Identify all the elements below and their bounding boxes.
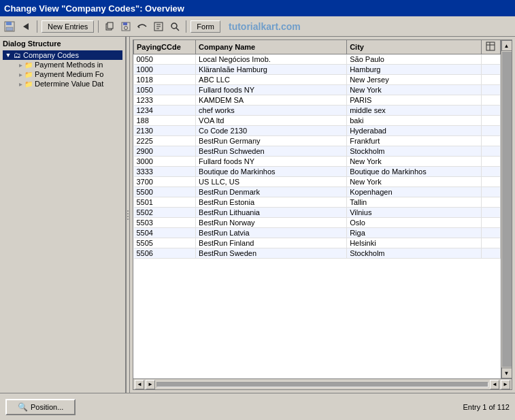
cell-empty [481,197,500,208]
copy-icon[interactable] [103,20,116,33]
h-scroll-track[interactable] [156,382,488,387]
tree-item-company-codes[interactable]: ▼ 🗂 Company Codes [3,50,122,60]
tree-toggle-company-codes[interactable]: ▼ [4,51,12,59]
cell-empty [481,126,500,136]
col-header-settings[interactable] [481,40,500,54]
cell-name: BestRun Estonia [196,197,347,208]
table-row[interactable]: 3333Boutique do MarkinhosBoutique do Mar… [134,167,501,177]
cell-name: Kläranlaãe Hamburg [196,65,347,75]
panel-title: Dialog Structure [3,39,122,48]
svg-rect-1 [6,22,12,25]
table-row[interactable]: 2225BestRun GermanyFrankfurt [134,136,501,146]
cell-city: Tallin [347,197,481,208]
cell-name: US LLC, US [196,177,347,187]
table-row[interactable]: 0050Local Negócios Imob.São Paulo [134,54,501,65]
cell-city: Stockholm [347,248,481,259]
table-row[interactable]: 5506BestRun SwedenStockholm [134,248,501,259]
main-area: Dialog Structure ▼ 🗂 Company Codes ▸ 📁 P… [0,37,515,393]
col-header-code[interactable]: PayingCCde [134,40,196,54]
svg-rect-15 [486,42,495,50]
title-bar: Change View "Company Codes": Overview [0,0,515,16]
cell-city: Stockholm [347,146,481,157]
settings-icon [486,42,495,51]
cell-code: 188 [134,116,196,126]
table-row[interactable]: 2130Co Code 2130Hyderabad [134,126,501,136]
cell-empty [481,85,500,95]
cell-code: 5502 [134,208,196,218]
tree-item-payment-medium[interactable]: ▸ 📁 Payment Medium Fo [3,69,122,79]
cell-code: 1018 [134,75,196,85]
new-entries-button[interactable]: New Entries [41,20,94,33]
cell-code: 1234 [134,106,196,116]
col-header-name[interactable]: Company Name [196,40,347,54]
cell-code: 1233 [134,95,196,106]
scroll-right-arrow[interactable]: ► [146,380,155,389]
table-row[interactable]: 2900BestRun SchwedenStockholm [134,146,501,157]
table-body: 0050Local Negócios Imob.São Paulo1000Klä… [134,54,501,259]
cell-city: Helsinki [347,238,481,248]
cell-name: VOA ltd [196,116,347,126]
cell-name: Local Negócios Imob. [196,54,347,65]
cell-empty [481,106,500,116]
scroll-left-arrow-2[interactable]: ◄ [490,380,499,389]
table-row[interactable]: 5505BestRun FinlandHelsinki [134,238,501,248]
table-row[interactable]: 5500BestRun DenmarkKopenhagen [134,187,501,197]
svg-rect-2 [6,27,13,31]
scroll-right-arrow-2[interactable]: ► [501,380,510,389]
table-row[interactable]: 5501BestRun EstoniaTallin [134,197,501,208]
cell-empty [481,116,500,126]
toolbar: New Entries [0,16,515,37]
cell-code: 1000 [134,65,196,75]
watermark: tutorialkart.com [229,21,301,32]
save2-icon[interactable] [119,20,133,33]
scroll-left-arrow[interactable]: ◄ [135,380,144,389]
back-icon[interactable] [19,20,33,33]
cell-city: São Paulo [347,54,481,65]
cell-empty [481,54,500,65]
cell-empty [481,136,500,146]
tree-item-determine-value[interactable]: ▸ 📁 Determine Value Dat [3,79,122,88]
cell-code: 3000 [134,157,196,167]
cell-city: Frankfurt [347,136,481,146]
position-button[interactable]: 🔍 Position... [5,399,76,415]
col-header-city[interactable]: City [347,40,481,54]
tree-item-payment-methods[interactable]: ▸ 📁 Payment Methods in [3,60,122,69]
save-icon[interactable] [3,20,16,33]
horizontal-scrollbar[interactable]: ◄ ► ◄ ► [133,378,512,389]
cell-empty [481,238,500,248]
cell-code: 3333 [134,167,196,177]
position-icon: 🔍 [18,402,28,412]
scroll-thumb[interactable] [502,52,512,367]
cell-code: 5504 [134,228,196,238]
toolbar-separator-2 [98,20,99,33]
table-row[interactable]: 3700US LLC, USNew York [134,177,501,187]
find-icon[interactable] [168,20,182,33]
undo-icon[interactable] [135,20,149,33]
table-row[interactable]: 5503BestRun NorwayOslo [134,218,501,228]
toolbar-separator-3 [186,20,186,33]
left-panel: Dialog Structure ▼ 🗂 Company Codes ▸ 📁 P… [0,37,126,393]
scroll-up-arrow[interactable]: ▲ [501,40,512,51]
table-row[interactable]: 1018ABC LLCNew Jersey [134,75,501,85]
svg-point-13 [171,23,177,29]
table-scroll-area[interactable]: PayingCCde Company Name City [133,40,501,378]
table-row[interactable]: 3000Fullard foods NYNew York [134,157,501,167]
scroll-down-arrow[interactable]: ▼ [501,368,512,378]
details-icon[interactable] [152,20,165,33]
table-row[interactable]: 5502BestRun LithuaniaVilnius [134,208,501,218]
table-row[interactable]: 1233KAMDEM SAPARIS [134,95,501,106]
cell-city: Hamburg [347,65,481,75]
cell-code: 5505 [134,238,196,248]
cell-code: 5500 [134,187,196,197]
table-row[interactable]: 1050Fullard foods NYNew York [134,85,501,95]
table-row[interactable]: 1000Kläranlaãe HamburgHamburg [134,65,501,75]
vertical-scrollbar[interactable]: ▲ ▼ [501,40,512,378]
form-button[interactable]: Form [190,20,220,33]
cell-name: Co Code 2130 [196,126,347,136]
table-row[interactable]: 188VOA ltdbaki [134,116,501,126]
cell-code: 2225 [134,136,196,146]
svg-line-14 [176,28,179,31]
cell-city: PARIS [347,95,481,106]
table-row[interactable]: 5504BestRun LatviaRiga [134,228,501,238]
table-row[interactable]: 1234chef worksmiddle sex [134,106,501,116]
